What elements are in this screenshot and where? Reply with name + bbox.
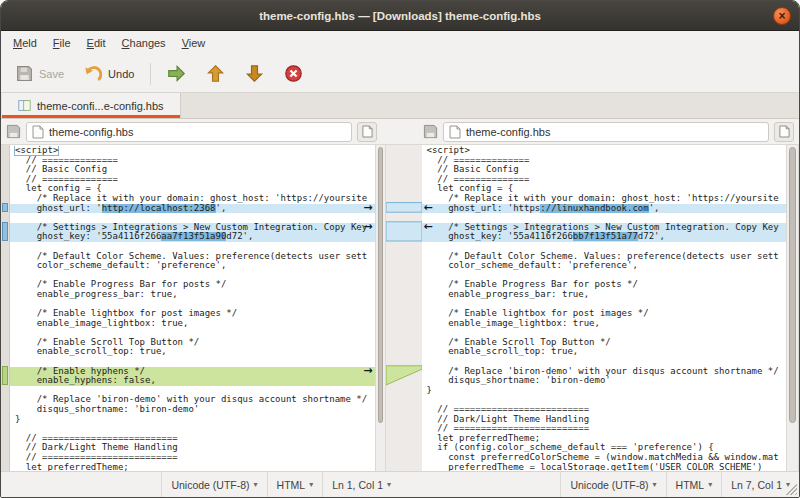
code-line[interactable]: // ========================= (422, 424, 787, 434)
code-line[interactable]: const preferredColorScheme = (window.mat… (422, 453, 787, 463)
next-change-button[interactable] (236, 59, 273, 88)
menu-file[interactable]: File (45, 33, 79, 53)
code-line[interactable]: let config = { (10, 184, 375, 194)
merge-chunk-arrow[interactable]: → (363, 221, 372, 232)
code-line[interactable] (422, 357, 787, 367)
change-overview-strip[interactable] (1, 145, 10, 471)
code-line[interactable]: ghost_url: 'https://linuxhandbook.com', (422, 204, 787, 214)
code-line[interactable]: enable_image_lightbox: true, (422, 319, 787, 329)
code-line[interactable] (10, 213, 375, 223)
code-line[interactable]: /* Enable lightbox for post images */ (10, 309, 375, 319)
tab-theme-config[interactable]: theme-confi...e-config.hbs (2, 93, 181, 118)
close-button[interactable]: × (773, 7, 791, 25)
code-line[interactable]: color_scheme_default: 'preference', (422, 261, 787, 271)
left-code-pane[interactable]: <script> // ============== // Basic Conf… (10, 145, 375, 471)
left-scrollbar-thumb[interactable] (378, 147, 383, 423)
code-line[interactable]: enable_progress_bar: true, (422, 290, 787, 300)
code-line[interactable] (422, 242, 787, 252)
code-line[interactable] (10, 271, 375, 281)
right-scrollbar[interactable] (786, 145, 799, 471)
code-line[interactable]: } (422, 386, 787, 396)
overview-change-mark[interactable] (2, 222, 8, 241)
merge-chunk-arrow[interactable]: → (363, 202, 372, 213)
code-line[interactable]: enable_hyphens: false, (10, 376, 375, 386)
stop-button[interactable] (275, 59, 312, 88)
code-line[interactable]: <script> (10, 146, 375, 156)
titlebar[interactable]: theme-config.hbs — [Downloads] theme-con… (1, 1, 799, 31)
code-line[interactable] (10, 242, 375, 252)
menu-edit[interactable]: Edit (79, 33, 114, 53)
code-line[interactable] (422, 213, 787, 223)
code-line[interactable] (422, 395, 787, 405)
code-line[interactable]: /* Enable hyphens */ (10, 367, 375, 377)
right-code-pane[interactable]: <script> // ============== // Basic Conf… (422, 145, 787, 471)
code-line[interactable]: ghost_url: 'http://localhost:2368', (10, 204, 375, 214)
code-line[interactable]: ghost_key: '55a4116f266bb7f13f51a77d72', (422, 232, 787, 242)
overview-change-mark[interactable] (2, 366, 8, 385)
menu-view[interactable]: View (174, 33, 214, 53)
right-filename-entry[interactable]: theme-config.hbs (443, 122, 769, 142)
right-syntax-selector[interactable]: HTML ▾ (666, 472, 722, 497)
left-cursor-position[interactable]: Ln 1, Col 1 ▾ (322, 472, 400, 497)
code-line[interactable] (10, 300, 375, 310)
code-line[interactable]: disqus_shortname: 'biron-demo' (422, 376, 787, 386)
code-line[interactable]: // ========================= (422, 405, 787, 415)
save-file-icon[interactable] (423, 124, 438, 139)
code-line[interactable]: /* Replace it with your domain: ghost_ho… (10, 194, 375, 204)
left-encoding-selector[interactable]: Unicode (UTF-8) ▾ (161, 472, 266, 497)
code-line[interactable]: /* Default Color Scheme. Values: prefere… (10, 252, 375, 262)
code-line[interactable] (10, 328, 375, 338)
code-line[interactable] (422, 328, 787, 338)
code-line[interactable]: if (config.color_scheme_default === 'pre… (422, 443, 787, 453)
right-encoding-selector[interactable]: Unicode (UTF-8) ▾ (560, 472, 665, 497)
code-line[interactable]: /* Enable lightbox for post images */ (422, 309, 787, 319)
code-line[interactable]: preferredTheme = localStorage.getItem('U… (422, 463, 787, 471)
save-button[interactable]: Save (7, 60, 73, 87)
code-line[interactable]: /* Default Color Scheme. Values: prefere… (422, 252, 787, 262)
code-line[interactable]: /* Replace it with your domain: ghost_ho… (422, 194, 787, 204)
code-line[interactable]: enable_progress_bar: true, (10, 290, 375, 300)
save-file-icon[interactable] (6, 124, 21, 139)
code-line[interactable]: // ============== (10, 156, 375, 166)
code-line[interactable]: enable_image_lightbox: true, (10, 319, 375, 329)
code-line[interactable]: } (10, 415, 375, 425)
merge-chunk-arrow[interactable]: → (363, 365, 372, 376)
code-line[interactable]: let config = { (422, 184, 787, 194)
code-line[interactable]: <script> (422, 146, 787, 156)
code-line[interactable] (10, 386, 375, 396)
code-line[interactable]: let preferredTheme; (10, 463, 375, 471)
code-line[interactable]: /* Replace 'biron-demo' with your disqus… (422, 367, 787, 377)
code-line[interactable]: /* Settings > Integrations > New Custom … (422, 223, 787, 233)
code-line[interactable]: enable_scroll_top: true, (10, 347, 375, 357)
code-line[interactable] (10, 357, 375, 367)
code-line[interactable]: /* Replace 'biron-demo' with your disqus… (10, 395, 375, 405)
right-file-chooser-button[interactable] (774, 122, 794, 142)
previous-change-button[interactable] (197, 59, 234, 88)
code-line[interactable]: /* Settings > Integrations > New Custom … (10, 223, 375, 233)
right-scrollbar-thumb[interactable] (789, 147, 796, 423)
resize-grip[interactable] (784, 482, 797, 495)
code-line[interactable]: // Dark/Light Theme Handling (10, 443, 375, 453)
code-line[interactable] (10, 424, 375, 434)
left-file-chooser-button[interactable] (357, 122, 377, 142)
menu-meld[interactable]: Meld (5, 33, 45, 53)
code-line[interactable] (422, 271, 787, 281)
left-scrollbar[interactable] (375, 145, 386, 471)
code-line[interactable]: disqus_shortname: 'biron-demo' (10, 405, 375, 415)
code-line[interactable]: // Dark/Light Theme Handling (422, 415, 787, 425)
left-syntax-selector[interactable]: HTML ▾ (267, 472, 323, 497)
menu-changes[interactable]: Changes (114, 33, 174, 53)
code-line[interactable]: // ========================= (10, 434, 375, 444)
merge-chunk-arrow[interactable]: ← (424, 221, 433, 232)
code-line[interactable]: /* Enable Progress Bar for posts */ (422, 280, 787, 290)
code-line[interactable]: color_scheme_default: 'preference', (10, 261, 375, 271)
code-line[interactable] (422, 300, 787, 310)
code-line[interactable]: // ============== (10, 175, 375, 185)
code-line[interactable]: ghost_key: '55a4116f266aa7f13f51a90d72', (10, 232, 375, 242)
code-line[interactable]: // Basic Config (10, 165, 375, 175)
merge-chunk-arrow[interactable]: ← (424, 202, 433, 213)
code-line[interactable]: /* Enable Scroll Top Button */ (10, 338, 375, 348)
push-change-right-button[interactable] (158, 59, 195, 88)
code-line[interactable]: enable_scroll_top: true, (422, 347, 787, 357)
overview-change-mark[interactable] (2, 203, 8, 213)
